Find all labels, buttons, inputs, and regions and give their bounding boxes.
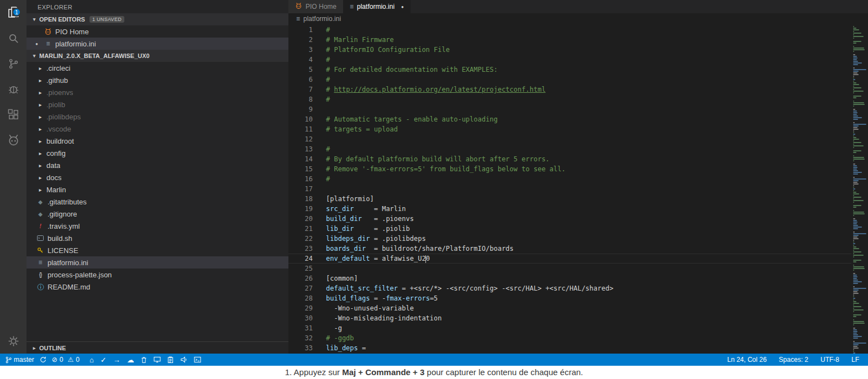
line-number: 2 xyxy=(288,35,313,45)
file-build.sh[interactable]: build.sh xyxy=(27,232,288,244)
file-license[interactable]: LICENSE xyxy=(27,244,288,256)
git-branch-button[interactable]: master xyxy=(6,356,34,364)
chevron-right-icon: ▸ xyxy=(36,138,44,144)
cloud-upload-icon: ☁ xyxy=(127,356,134,364)
folder-buildroot[interactable]: ▸buildroot xyxy=(27,135,288,147)
folder-config[interactable]: ▸config xyxy=(27,147,288,159)
pio-remote-upload-button[interactable]: ☁ xyxy=(127,356,134,364)
pio-task-button[interactable] xyxy=(167,356,173,364)
code-line-4[interactable]: 4# xyxy=(288,55,868,65)
line-number: 12 xyxy=(288,134,313,144)
folder-marlin[interactable]: ▸Marlin xyxy=(27,183,288,196)
explorer-icon[interactable]: 1 xyxy=(0,0,27,25)
code-line-10[interactable]: 10# Automatic targets - enable auto-uplo… xyxy=(288,114,868,124)
line-number: 26 xyxy=(288,273,313,283)
code-line-18[interactable]: 18[platformio] xyxy=(288,194,868,204)
folder-.github[interactable]: ▸.github xyxy=(27,74,288,86)
file-.travis.yml[interactable]: !.travis.yml xyxy=(27,220,288,232)
open-editor-platformio-ini[interactable]: ● ≡ platformio.ini xyxy=(27,38,288,50)
file-process-palette.json[interactable]: {}process-palette.json xyxy=(27,269,288,281)
code-line-23[interactable]: 23boards_dir = buildroot/share/PlatformI… xyxy=(288,244,868,254)
pio-terminal-button[interactable] xyxy=(194,356,201,363)
cursor-position[interactable]: Ln 24, Col 26 xyxy=(727,356,766,364)
problems-button[interactable]: ⊘ 0 ⚠ 0 xyxy=(52,356,80,364)
project-header[interactable]: ▾ MARLIN_2.0.X_BETA_ALFAWISE_UX0 xyxy=(27,50,288,62)
code-line-20[interactable]: 20build_dir = .pioenvs xyxy=(288,214,868,224)
pio-test-button[interactable] xyxy=(154,356,161,363)
code-line-33[interactable]: 33lib_deps = xyxy=(288,343,868,353)
settings-gear-icon[interactable] xyxy=(0,328,27,354)
code-line-31[interactable]: 31 -g xyxy=(288,323,868,333)
code-line-5[interactable]: 5# For detailed documentation with EXAMP… xyxy=(288,65,868,75)
code-line-29[interactable]: 29 -Wno-unused-variable xyxy=(288,303,868,313)
modified-dot-icon[interactable]: ● xyxy=(401,4,404,9)
line-number: 27 xyxy=(288,283,313,293)
pio-home-button[interactable]: ⌂ xyxy=(90,356,94,364)
pio-serial-monitor-button[interactable] xyxy=(180,356,187,363)
code-line-16[interactable]: 16# xyxy=(288,174,868,184)
code-line-19[interactable]: 19src_dir = Marlin xyxy=(288,204,868,214)
code-line-27[interactable]: 27default_src_filter = +<src/*> -<src/co… xyxy=(288,283,868,293)
tree-item-label: .gitattributes xyxy=(48,198,87,206)
pio-upload-button[interactable]: → xyxy=(113,356,120,364)
encoding[interactable]: UTF-8 xyxy=(820,356,839,364)
search-icon[interactable] xyxy=(0,25,27,51)
indentation[interactable]: Spaces: 2 xyxy=(779,356,808,364)
file-readme.md[interactable]: README.md xyxy=(27,281,288,293)
minimap[interactable] xyxy=(851,24,868,354)
folder-.pioenvs[interactable]: ▸.pioenvs xyxy=(27,86,288,98)
line-number: 14 xyxy=(288,154,313,164)
extensions-icon[interactable] xyxy=(0,102,27,127)
open-editors-header[interactable]: ▾ OPEN EDITORS 1 UNSAVED xyxy=(27,13,288,25)
folder-.vscode[interactable]: ▸.vscode xyxy=(27,123,288,135)
breadcrumb[interactable]: ≡ platformio.ini xyxy=(288,13,868,24)
code-line-1[interactable]: 1# xyxy=(288,25,868,35)
chevron-right-icon: ▸ xyxy=(36,77,44,83)
code-line-11[interactable]: 11# targets = upload xyxy=(288,124,868,134)
open-editor-pio-home[interactable]: PIO Home xyxy=(27,25,288,38)
code-line-25[interactable]: 25 xyxy=(288,264,868,273)
line-number: 32 xyxy=(288,333,313,343)
pio-clean-button[interactable] xyxy=(141,356,147,364)
pio-build-button[interactable]: ✓ xyxy=(101,356,107,364)
platformio-icon[interactable] xyxy=(0,127,27,152)
file-platformio.ini[interactable]: ≡platformio.ini xyxy=(27,256,288,269)
folder-data[interactable]: ▸data xyxy=(27,159,288,171)
code-line-12[interactable]: 12 xyxy=(288,134,868,144)
code-line-32[interactable]: 32# -ggdb xyxy=(288,333,868,343)
folder-.piolibdeps[interactable]: ▸.piolibdeps xyxy=(27,110,288,123)
folder-.circleci[interactable]: ▸.circleci xyxy=(27,62,288,74)
folder-.piolib[interactable]: ▸.piolib xyxy=(27,98,288,110)
code-line-14[interactable]: 14# By default platformio build will abo… xyxy=(288,154,868,164)
code-line-8[interactable]: 8# xyxy=(288,94,868,104)
code-line-6[interactable]: 6# xyxy=(288,75,868,85)
file-.gitattributes[interactable]: ◆.gitattributes xyxy=(27,196,288,208)
tab-pio-home[interactable]: PIO Home xyxy=(288,0,343,13)
file-.gitignore[interactable]: ◆.gitignore xyxy=(27,208,288,220)
code-line-26[interactable]: 26[common] xyxy=(288,273,868,283)
code-line-28[interactable]: 28build_flags = -fmax-errors=5 xyxy=(288,293,868,303)
code-line-21[interactable]: 21lib_dir = .piolib xyxy=(288,224,868,234)
debug-icon[interactable] xyxy=(0,76,27,102)
source-control-icon[interactable] xyxy=(0,51,27,76)
code-line-13[interactable]: 13# xyxy=(288,144,868,154)
code-line-9[interactable]: 9 xyxy=(288,104,868,114)
code-line-24[interactable]: 24env_default = alfawise_U20 xyxy=(288,254,868,264)
tree-item-label: Marlin xyxy=(46,186,66,194)
code-editor[interactable]: 1#2# Marlin Firmware3# PlatformIO Config… xyxy=(288,24,868,354)
code-line-7[interactable]: 7# http://docs.platformio.org/en/latest/… xyxy=(288,85,868,94)
eol-selector[interactable]: LF xyxy=(851,356,859,364)
line-number: 15 xyxy=(288,164,313,174)
code-line-22[interactable]: 22libdeps_dir = .piolibdeps xyxy=(288,234,868,244)
sync-button[interactable] xyxy=(40,356,46,363)
code-line-15[interactable]: 15# Remove '-fmax-errors=5' from build_f… xyxy=(288,164,868,174)
folder-docs[interactable]: ▸docs xyxy=(27,171,288,183)
outline-label: OUTLINE xyxy=(39,345,66,351)
home-icon: ⌂ xyxy=(90,356,94,364)
code-line-30[interactable]: 30 -Wno-misleading-indentation xyxy=(288,313,868,323)
code-line-2[interactable]: 2# Marlin Firmware xyxy=(288,35,868,45)
tab-platformio-ini[interactable]: ≡ platformio.ini ● xyxy=(343,0,411,13)
outline-header[interactable]: ▸ OUTLINE xyxy=(27,341,288,354)
code-line-3[interactable]: 3# PlatformIO Configuration File xyxy=(288,45,868,55)
code-line-17[interactable]: 17 xyxy=(288,184,868,194)
